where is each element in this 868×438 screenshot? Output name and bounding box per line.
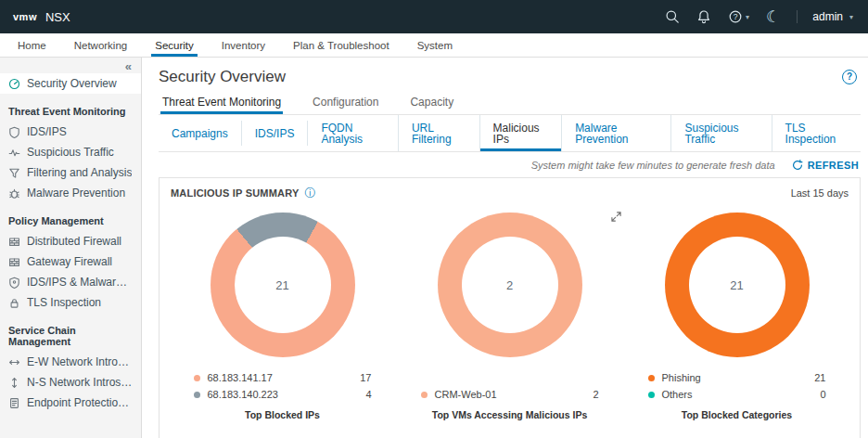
subtab-malicious-ips[interactable]: Malicious IPs: [480, 115, 563, 151]
search-icon[interactable]: [665, 9, 680, 24]
sidebar-item-label: TLS Inspection: [27, 296, 101, 309]
sidebar: « Security Overview Threat Event Monitor…: [0, 58, 142, 438]
sidebar-item-label: Filtering and Analysis: [27, 166, 132, 179]
legend-label: Others: [662, 389, 821, 400]
refresh-button[interactable]: REFRESH: [792, 160, 859, 171]
tab-configuration[interactable]: Configuration: [311, 92, 380, 114]
nav-item-security[interactable]: Security: [141, 33, 208, 57]
chart-legend: Phishing 21 Others 0: [648, 368, 826, 401]
sidebar-item-endpoint-protection-rules[interactable]: Endpoint Protection Rules: [0, 393, 141, 413]
expand-chart-icon[interactable]: [611, 209, 621, 225]
subtab-bar: Campaigns IDS/IPS FQDN Analysis URL Filt…: [159, 115, 861, 152]
legend-dot: [194, 392, 200, 398]
legend-item: Phishing 21: [648, 371, 826, 384]
legend-value: 0: [820, 389, 825, 400]
sidebar-item-label: Malware Prevention: [27, 187, 125, 200]
sidebar-item-distributed-firewall[interactable]: Distributed Firewall: [0, 231, 141, 251]
tab-bar: Threat Event Monitoring Configuration Ca…: [159, 92, 861, 115]
tab-threat-event-monitoring[interactable]: Threat Event Monitoring: [160, 92, 283, 114]
sidebar-item-tls-inspection[interactable]: TLS Inspection: [0, 292, 141, 313]
nav-item-home[interactable]: Home: [4, 33, 60, 57]
firewall-icon: [8, 236, 20, 248]
donut-center-value: 21: [689, 237, 785, 333]
subtab-url-filtering[interactable]: URL Filtering: [399, 115, 480, 151]
sidebar-item-filtering-analysis[interactable]: Filtering and Analysis: [0, 162, 141, 183]
sidebar-item-label: IDS/IPS: [27, 125, 67, 138]
topbar: vmw NSX ? ▾ ☾ admin ▾: [0, 0, 868, 33]
sidebar-item-label: Gateway Firewall: [27, 255, 112, 268]
sidebar-item-ids-ips-malware-prevention[interactable]: IDS/IPS & Malware Preven...: [0, 272, 141, 292]
sidebar-item-ns-network-introspection[interactable]: N-S Network Introspection: [0, 372, 141, 393]
info-icon[interactable]: ⓘ: [304, 187, 315, 199]
legend-dot: [648, 392, 655, 398]
shield-icon: [8, 126, 20, 138]
legend-item: 68.183.141.17 17: [194, 371, 372, 384]
nav-item-system[interactable]: System: [403, 33, 466, 57]
sidebar-item-label: Suspicious Traffic: [27, 146, 114, 159]
subtab-fqdn-analysis[interactable]: FQDN Analysis: [308, 115, 399, 151]
chart-top-vms-accessing-malicious-ips: 2 CRM-Web-01 2 Top VMs Accessing Malicio…: [396, 200, 623, 420]
vmware-logo: vmw: [13, 11, 37, 22]
subtab-suspicious-traffic[interactable]: Suspicious Traffic: [671, 115, 772, 151]
nav-item-networking[interactable]: Networking: [60, 33, 142, 57]
lock-icon: [8, 297, 20, 309]
dark-mode-moon-icon[interactable]: ☾: [766, 9, 780, 25]
legend-dot: [194, 375, 200, 381]
legend-dot: [648, 375, 655, 381]
refresh-label: REFRESH: [808, 160, 859, 171]
topbar-actions: ? ▾ ☾ admin ▾: [665, 9, 853, 25]
sidebar-item-label: IDS/IPS & Malware Preven...: [27, 276, 133, 289]
nav-item-inventory[interactable]: Inventory: [208, 33, 279, 57]
legend-label: 68.183.140.223: [208, 389, 366, 400]
page-help-icon[interactable]: ?: [842, 70, 857, 84]
horizontal-arrows-icon: [8, 356, 20, 368]
legend-item: CRM-Web-01 2: [421, 388, 599, 401]
sidebar-collapse-icon[interactable]: «: [0, 58, 141, 73]
nav-item-plan-troubleshoot[interactable]: Plan & Troubleshoot: [279, 33, 403, 57]
shield-virus-icon: [8, 277, 20, 289]
card-title: MALICIOUS IP SUMMARY ⓘ: [171, 187, 316, 199]
subtab-tls-inspection[interactable]: TLS Inspection: [772, 115, 861, 151]
chevron-down-icon: ▾: [849, 13, 853, 21]
chart-caption: Top VMs Accessing Malicious IPs: [432, 409, 587, 420]
svg-text:?: ?: [734, 12, 738, 21]
sidebar-item-gateway-firewall[interactable]: Gateway Firewall: [0, 251, 141, 272]
sidebar-item-ids-ips[interactable]: IDS/IPS: [0, 122, 141, 142]
chart-legend: CRM-Web-01 2: [421, 368, 599, 401]
help-menu[interactable]: ? ▾: [728, 9, 749, 24]
sidebar-item-security-overview[interactable]: Security Overview: [0, 73, 141, 94]
legend-label: 68.183.141.17: [208, 372, 361, 383]
sidebar-item-label: Endpoint Protection Rules: [27, 396, 133, 409]
legend-value: 4: [365, 389, 371, 400]
sidebar-item-suspicious-traffic[interactable]: Suspicious Traffic: [0, 142, 141, 162]
time-range-label: Last 15 days: [791, 187, 849, 199]
bug-icon: [8, 187, 20, 200]
tab-capacity[interactable]: Capacity: [408, 92, 455, 114]
sidebar-item-malware-prevention[interactable]: Malware Prevention: [0, 183, 141, 203]
legend-label: Phishing: [662, 372, 815, 383]
vertical-arrows-icon: [8, 377, 20, 389]
chart-top-blocked-ips: 21 68.183.141.17 17 68.183.140.223 4: [169, 200, 396, 420]
chart-caption: Top Blocked IPs: [245, 409, 320, 420]
sidebar-item-label: Distributed Firewall: [27, 235, 121, 248]
main-content: Security Overview ? Threat Event Monitor…: [142, 58, 868, 438]
refresh-icon: [792, 160, 803, 171]
malicious-ip-summary-card: MALICIOUS IP SUMMARY ⓘ Last 15 days 21: [159, 177, 861, 438]
subtab-malware-prevention[interactable]: Malware Prevention: [562, 115, 671, 151]
notifications-bell-icon[interactable]: [696, 9, 711, 24]
subtab-ids-ips[interactable]: IDS/IPS: [242, 121, 309, 146]
sidebar-section-service-chain-management: Service Chain Management: [0, 313, 141, 352]
product-name: NSX: [45, 10, 70, 24]
legend-label: CRM-Web-01: [435, 389, 594, 400]
legend-value: 17: [360, 372, 371, 383]
sidebar-item-label: E-W Network Introspection: [27, 355, 133, 368]
sidebar-item-label: N-S Network Introspection: [27, 376, 133, 389]
firewall-icon: [8, 256, 20, 268]
page-title: Security Overview: [159, 68, 286, 86]
sidebar-section-policy-management: Policy Management: [0, 203, 141, 231]
user-menu[interactable]: admin ▾: [797, 10, 853, 23]
subtab-campaigns[interactable]: Campaigns: [159, 121, 242, 146]
filter-icon: [8, 167, 20, 179]
chevron-down-icon: ▾: [746, 13, 749, 21]
sidebar-item-ew-network-introspection[interactable]: E-W Network Introspection: [0, 352, 141, 372]
